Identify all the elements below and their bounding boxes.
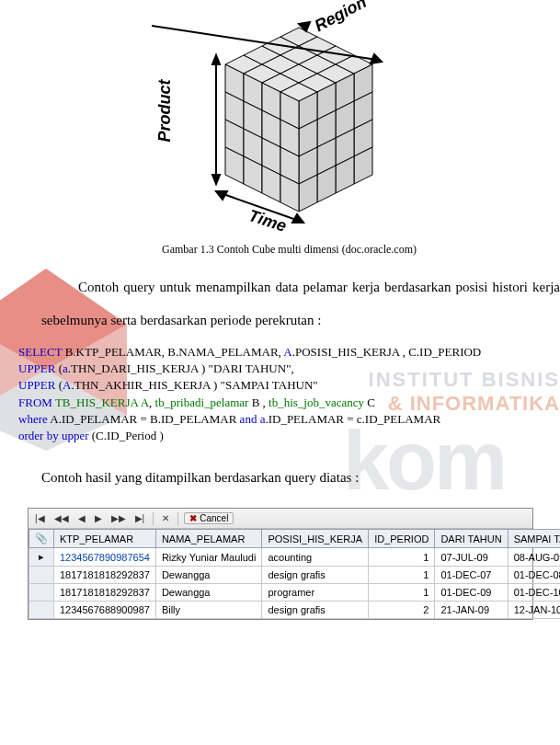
col-period[interactable]: ID_PERIOD [369,530,435,548]
figure-caption: Gambar 1.3 Contoh Cube multi dimensi (do… [18,243,560,257]
cancel-label: Cancel [200,513,228,523]
cell-period: 2 [369,602,435,619]
svg-marker-53 [212,175,220,184]
cell-period: 1 [369,567,435,584]
row-pointer-icon [29,584,54,602]
svg-marker-52 [212,55,220,64]
sql-where2: .ID_PELAMAR = c.ID_PELAMAR [265,412,440,426]
sql-tbl3: tb_his_job_vacancy [269,395,364,409]
sql-cols: B.KTP_PELAMAR, B.NAMA_PELAMAR, [65,345,284,359]
col-dari[interactable]: DARI TAHUN [435,530,508,548]
nav-first-button[interactable]: |◀ [32,513,48,523]
table-row[interactable]: ▸ 1234567890987654 Rizky Yuniar Mauludi … [29,548,561,567]
row-pointer-icon [29,602,54,619]
cell-ktp: 1234567688900987 [54,602,156,619]
paragraph-query-intro: Contoh query untuk menampilkan data pela… [41,270,560,337]
cell-posisi: acounting [262,548,369,567]
cell-posisi: design grafis [262,567,369,584]
row-pointer-icon [29,567,54,584]
cell-nama: Dewangga [155,567,262,584]
row-indicator-header: 📎 [29,530,54,548]
col-ktp[interactable]: KTP_PELAMAR [54,530,156,548]
sql-where-kw: where [18,412,50,426]
sql-c-alias: C [364,395,375,409]
cell-nama: Dewangga [155,584,262,602]
svg-marker-56 [216,191,227,200]
sql-tbl1: TB_HIS_KERJA A [55,395,149,409]
nav-prevpage-button[interactable]: ◀◀ [51,513,72,523]
table-row[interactable]: 1234567688900987 Billy design grafis 2 2… [29,602,561,619]
table-row[interactable]: 1817181818292837 Dewangga design grafis … [29,567,561,584]
svg-marker-59 [371,54,382,63]
sql-order-body: (C.ID_Period ) [92,429,164,442]
sql-upper2-kw: UPPER [18,378,59,392]
nav-last-button[interactable]: ▶| [132,513,148,523]
toolbar-separator [153,512,154,525]
cell-posisi: programer [262,584,369,602]
toolbar-glyph[interactable]: ✕ [159,513,172,523]
cell-period: 1 [369,548,435,567]
cell-dari: 21-JAN-09 [435,602,508,619]
cell-sampai: 01-DEC-08 [508,567,560,584]
paragraph-result-intro: Contoh hasil yang ditampilkan berdasarka… [41,461,560,494]
sql-from-kw: FROM [18,395,55,409]
cell-dari: 01-DEC-09 [435,584,508,602]
sql-upper2-body: .THN_AKHIR_HIS_KERJA ) "SAMPAI TAHUN" [71,378,317,392]
sql-code-block: SELECT B.KTP_PELAMAR, B.NAMA_PELAMAR, A.… [18,344,560,444]
nav-toolbar: |◀ ◀◀ ◀ ▶ ▶▶ ▶| ✕ ✖ Cancel [29,509,532,529]
axis-product-label: Product [154,79,174,142]
nav-nextpage-button[interactable]: ▶▶ [109,513,129,523]
sql-select-kw: SELECT [18,345,65,359]
cell-period: 1 [369,584,435,602]
cell-ktp: 1817181818292837 [54,584,156,602]
col-posisi[interactable]: POSISI_HIS_KERJA [262,530,369,548]
cube-figure: Region Product Time [18,9,560,257]
cell-ktp: 1234567890987654 [54,548,156,567]
cancel-x-icon: ✖ [189,513,197,523]
cancel-button[interactable]: ✖ Cancel [184,512,234,524]
sql-where1: A.ID_PELAMAR = B.ID_PELAMAR [50,412,239,426]
cell-sampai: 01-DEC-10 [508,584,560,602]
cell-nama: Rizky Yuniar Mauludi [155,548,262,567]
sql-upper1-kw: UPPER [18,361,59,375]
toolbar-separator [177,512,178,525]
cell-posisi: design grafis [262,602,369,619]
cell-dari: 01-DEC-07 [435,567,508,584]
table-row[interactable]: 1817181818292837 Dewangga programer 1 01… [29,584,561,602]
cell-nama: Billy [155,602,262,619]
sql-tbl2: tb_pribadi_pelamar [155,395,249,409]
cell-ktp: 1817181818292837 [54,567,156,584]
sql-and-kw: and [240,412,260,426]
sql-upper1-body: .THN_DARI_HIS_KERJA ) "DARI TAHUN", [68,361,294,375]
sql-a-prefix: A [283,345,291,359]
nav-next-button[interactable]: ▶ [92,513,105,523]
row-pointer-icon: ▸ [29,548,54,567]
cube-icon [152,9,428,230]
sql-cols2: .POSISI_HIS_KERJA , C.ID_PERIOD [292,345,482,359]
cell-sampai: 08-AUG-09 [508,548,560,567]
sql-order-kw: order by upper [18,429,92,442]
nav-prev-button[interactable]: ◀ [75,513,88,523]
result-table-screenshot: |◀ ◀◀ ◀ ▶ ▶▶ ▶| ✕ ✖ Cancel 📎 KTP_PELAMAR… [28,508,533,620]
cell-sampai: 12-JAN-10 [508,602,560,619]
col-nama[interactable]: NAMA_PELAMAR [155,530,262,548]
results-table: 📎 KTP_PELAMAR NAMA_PELAMAR POSISI_HIS_KE… [29,529,560,619]
col-sampai[interactable]: SAMPAI TAHUN [508,530,560,548]
sql-b-alias: B , [248,395,269,409]
svg-marker-55 [292,214,303,223]
cell-dari: 07-JUL-09 [435,548,508,567]
